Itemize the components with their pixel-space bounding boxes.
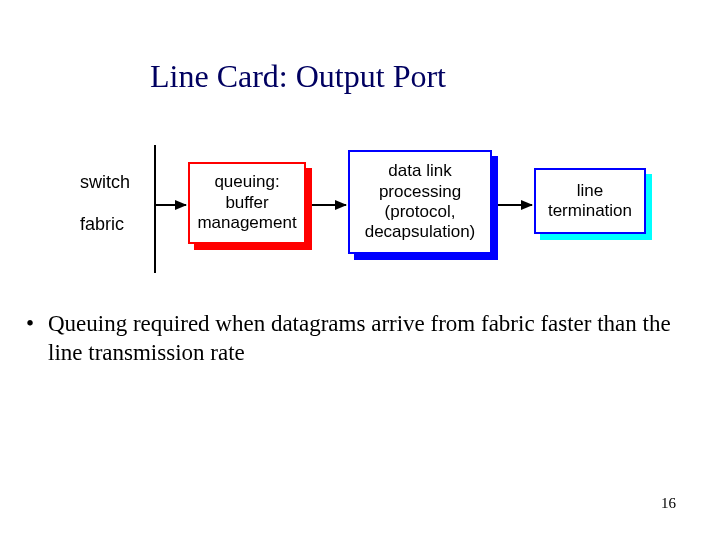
lineterm-line2: termination	[548, 201, 632, 221]
arrow-datalink-to-lineterm	[498, 204, 532, 206]
datalink-box: data link processing (protocol, decapsul…	[348, 150, 498, 260]
switch-fabric-label: switch fabric	[80, 170, 130, 237]
arrow-fabric-to-queuing	[156, 204, 186, 206]
datalink-box-text: data link processing (protocol, decapsul…	[365, 161, 476, 243]
arrow-queuing-to-datalink	[312, 204, 346, 206]
queuing-line3: management	[197, 213, 296, 233]
lineterm-box-text: line termination	[548, 181, 632, 222]
datalink-line3: (protocol,	[365, 202, 476, 222]
page-number: 16	[661, 495, 676, 512]
queuing-line1: queuing:	[197, 172, 296, 192]
bullet-item: Queuing required when datagrams arrive f…	[26, 310, 690, 368]
queuing-box: queuing: buffer management	[188, 162, 310, 246]
bullet-text: Queuing required when datagrams arrive f…	[48, 310, 690, 368]
queuing-line2: buffer	[197, 193, 296, 213]
fabric-boundary-line	[154, 145, 156, 273]
lineterm-box-face: line termination	[534, 168, 646, 234]
queuing-box-text: queuing: buffer management	[197, 172, 296, 233]
datalink-line2: processing	[365, 182, 476, 202]
datalink-line1: data link	[365, 161, 476, 181]
output-port-diagram: switch fabric queuing: buffer management…	[72, 140, 654, 280]
datalink-line4: decapsulation)	[365, 222, 476, 242]
queuing-box-face: queuing: buffer management	[188, 162, 306, 244]
lineterm-box: line termination	[534, 168, 652, 240]
lineterm-line1: line	[548, 181, 632, 201]
switch-label-line1: switch	[80, 170, 130, 194]
switch-label-line2: fabric	[80, 212, 130, 236]
slide-title: Line Card: Output Port	[150, 58, 446, 95]
datalink-box-face: data link processing (protocol, decapsul…	[348, 150, 492, 254]
